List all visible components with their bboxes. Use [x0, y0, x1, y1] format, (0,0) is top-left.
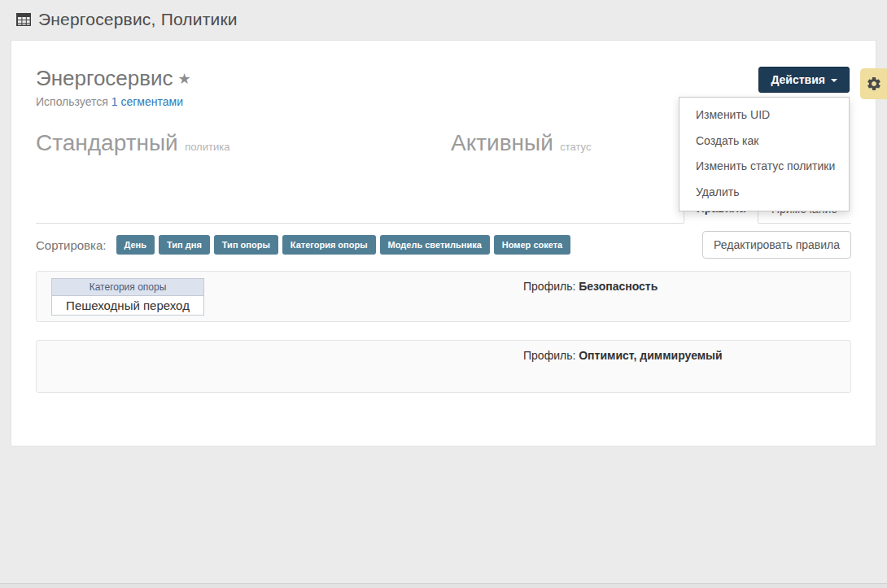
condition-table: Категория опоры Пешеходный переход [51, 278, 204, 316]
app-header: Энергосервис, Политики [0, 0, 887, 37]
sort-button-day-type[interactable]: Тип дня [159, 235, 210, 255]
menu-item-change-uid[interactable]: Изменить UID [679, 102, 849, 128]
page: Энергосервис, Политики Энергосервис★ Исп… [0, 0, 887, 588]
sort-button-pole-type[interactable]: Тип опоры [214, 235, 278, 255]
rule-card-1: Категория опоры Пешеходный переход Профи… [36, 271, 851, 322]
profile-value: Оптимист, диммируемый [579, 349, 722, 362]
condition-header: Категория опоры [52, 279, 204, 296]
rule-card-2: Профиль: Оптимист, диммируемый [36, 340, 851, 393]
status-value: Активный [451, 130, 553, 155]
policy-label: политика [185, 141, 229, 153]
policy-panel: Энергосервис★ Используется 1 сегментами … [11, 40, 876, 446]
policy-name: Энергосервис [36, 66, 173, 90]
rules-toolbar: Сортировка: День Тип дня Тип опоры Катег… [36, 231, 851, 259]
favorite-star-icon[interactable]: ★ [178, 71, 191, 87]
profile-label: Профиль: [523, 280, 575, 293]
rule-profile: Профиль: Оптимист, диммируемый [523, 349, 723, 362]
sort-button-socket-number[interactable]: Номер сокета [494, 235, 570, 255]
profile-value: Безопасность [579, 280, 658, 293]
sort-button-pole-category[interactable]: Категория опоры [282, 235, 376, 255]
profile-label: Профиль: [523, 349, 575, 362]
sorting-label: Сортировка: [36, 238, 107, 252]
menu-item-change-policy-status[interactable]: Изменить статус политики [679, 154, 849, 180]
page-title: Энергосервис, Политики [38, 10, 238, 29]
actions-dropdown-menu: Изменить UID Создать как Изменить статус… [679, 97, 850, 211]
rule-profile: Профиль: Безопасность [523, 280, 658, 293]
policy-meta: Стандартный политика [36, 130, 444, 194]
caret-down-icon [831, 79, 837, 82]
title-row: Энергосервис★ Используется 1 сегментами … [36, 66, 851, 108]
segments-link[interactable]: 1 сегментами [111, 95, 183, 108]
sort-button-day[interactable]: День [116, 235, 155, 255]
menu-item-create-as[interactable]: Создать как [679, 128, 849, 155]
footer [0, 583, 887, 588]
gear-icon [866, 76, 882, 92]
status-label: статус [560, 141, 591, 153]
usage-prefix: Используется [36, 95, 108, 108]
table-icon [15, 11, 33, 28]
condition-value: Пешеходный переход [52, 296, 204, 316]
menu-item-delete[interactable]: Удалить [679, 180, 849, 206]
settings-gear-button[interactable] [860, 68, 887, 99]
edit-rules-button[interactable]: Редактировать правила [702, 231, 851, 259]
actions-button[interactable]: Действия [758, 67, 850, 93]
sort-button-luminaire-model[interactable]: Модель светильника [380, 235, 490, 255]
policy-value: Стандартный [36, 130, 178, 155]
actions-button-label: Действия [771, 73, 825, 86]
